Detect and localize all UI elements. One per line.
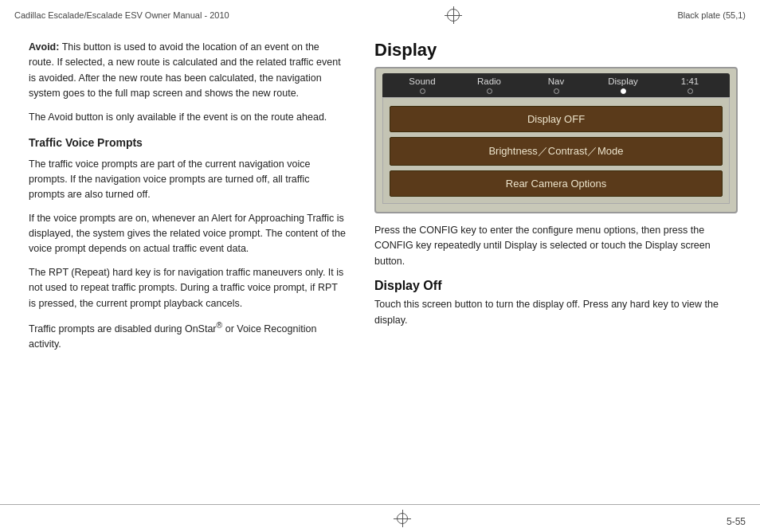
avoid-para2: The Avoid button is only available if th… [29,110,347,125]
brightness-contrast-mode-button[interactable]: Brightness／Contrast／Mode [390,137,723,166]
header-crosshair-icon [445,6,462,24]
traffic-heading: Traffic Voice Prompts [29,135,347,152]
left-column: Avoid: This button is used to avoid the … [0,40,366,519]
nav-sound-dot [420,88,425,94]
traffic-p3: The RPT (Repeat) hard key is for navigat… [29,265,347,311]
display-body-text: Press the CONFIG key to enter the config… [374,223,738,269]
avoid-label: Avoid: [29,41,59,53]
header-crosshair-container [445,6,462,24]
avoid-text: This button is used to avoid the locatio… [29,41,341,99]
traffic-p4: Traffic prompts are disabled during OnSt… [29,319,347,353]
traffic-p1: The traffic voice prompts are part of th… [29,157,347,203]
page-footer: 5-55 [0,504,760,532]
nav-display-dot [621,88,626,94]
nav-nav-dot [554,88,559,94]
footer-crosshair-icon [394,510,411,527]
header-left-text: Cadillac Escalade/Escalade ESV Owner Man… [14,10,229,20]
screen-box: Sound Radio Nav Display 1:41 [374,67,738,213]
page-number: 5-55 [727,516,746,527]
nav-time-dot [688,88,693,94]
footer-circle-icon [397,513,408,524]
nav-item-display[interactable]: Display [590,76,656,94]
nav-item-time[interactable]: 1:41 [656,76,723,94]
header-right-text: Black plate (55,1) [677,10,746,20]
header-circle-icon [447,9,460,22]
nav-item-sound[interactable]: Sound [389,76,456,94]
nav-item-nav[interactable]: Nav [523,76,590,94]
nav-sound-label: Sound [409,76,435,86]
main-content: Avoid: This button is used to avoid the … [0,27,760,519]
avoid-paragraph: Avoid: This button is used to avoid the … [29,40,347,102]
nav-radio-label: Radio [477,76,501,86]
display-title: Display [374,40,738,61]
display-off-button[interactable]: Display OFF [390,106,723,132]
nav-display-label: Display [608,76,638,86]
nav-bar: Sound Radio Nav Display 1:41 [382,73,730,97]
nav-nav-label: Nav [548,76,564,86]
traffic-p2: If the voice prompts are on, whenever an… [29,211,347,257]
nav-radio-dot [487,88,492,94]
nav-time-label: 1:41 [681,76,699,86]
right-column: Display Sound Radio Nav Display [366,40,760,519]
page-header: Cadillac Escalade/Escalade ESV Owner Man… [0,0,760,27]
display-off-heading: Display Off [374,279,738,293]
display-off-text: Touch this screen button to turn the dis… [374,297,738,328]
nav-item-radio[interactable]: Radio [456,76,523,94]
rear-camera-options-button[interactable]: Rear Camera Options [390,170,723,197]
screen-inner: Display OFF Brightness／Contrast／Mode Rea… [382,97,730,204]
footer-crosshair-container [394,510,411,527]
